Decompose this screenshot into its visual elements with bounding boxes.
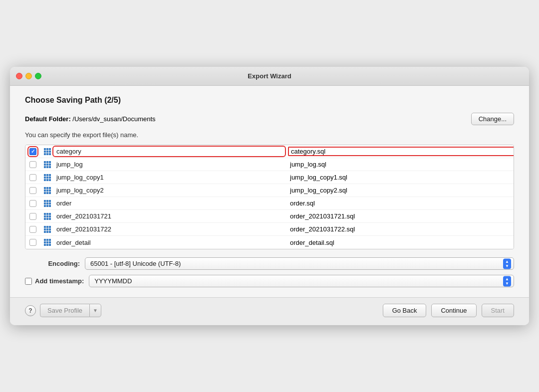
row-checkbox-cell[interactable] xyxy=(25,187,40,194)
row-checkbox-cell[interactable] xyxy=(25,226,40,233)
row-name: order_2021031722 xyxy=(56,225,111,233)
table-icon-cell xyxy=(40,174,54,181)
table-row: order xyxy=(25,197,514,210)
row-filename-cell[interactable] xyxy=(284,186,514,195)
encoding-row: Encoding: 65001 - [utf-8] Unicode (UTF-8… xyxy=(25,257,514,270)
row-name-cell: order_detail xyxy=(54,239,284,246)
default-folder-text: Default Folder: /Users/dv_susan/Document… xyxy=(25,115,156,123)
row-checkbox[interactable] xyxy=(29,200,36,207)
row-checkbox-cell[interactable] xyxy=(25,200,40,207)
encoding-select[interactable]: 65001 - [utf-8] Unicode (UTF-8) xyxy=(85,257,514,270)
traffic-lights xyxy=(16,73,41,79)
row-name-cell: jump_log_copy1 xyxy=(54,174,284,181)
arrow-down: ▼ xyxy=(505,264,509,268)
default-folder-label: Default Folder: xyxy=(25,115,71,123)
default-folder-row: Default Folder: /Users/dv_susan/Document… xyxy=(25,113,514,125)
table-icon xyxy=(44,148,51,155)
row-checkbox-cell[interactable] xyxy=(25,239,40,246)
row-checkbox-cell[interactable] xyxy=(25,213,40,220)
row-name-cell: order xyxy=(54,199,284,207)
row-checkbox[interactable] xyxy=(29,213,36,220)
footer-right: Go Back Continue Start xyxy=(383,304,514,317)
row-filename-cell[interactable] xyxy=(284,173,514,182)
table-row: order_2021031722 xyxy=(25,223,514,236)
table-icon xyxy=(44,187,51,194)
filename-input[interactable] xyxy=(288,238,514,247)
table-rows: category jump_log xyxy=(25,145,514,249)
timestamp-checkbox[interactable] xyxy=(25,278,32,285)
row-checkbox[interactable] xyxy=(29,239,36,246)
row-checkbox-cell[interactable] xyxy=(25,148,40,155)
filename-input[interactable] xyxy=(288,212,514,220)
encoding-arrows: ▲ ▼ xyxy=(503,258,511,269)
table-icon xyxy=(44,226,51,233)
table-row: order_2021031721 xyxy=(25,210,514,223)
timestamp-arrows: ▲ ▼ xyxy=(503,276,511,286)
footer-left: ? Save Profile ▼ xyxy=(25,304,101,317)
arrow-up: ▲ xyxy=(505,277,509,281)
export-wizard-window: Export Wizard Choose Saving Path (2/5) D… xyxy=(10,67,529,325)
row-filename-cell[interactable] xyxy=(284,212,514,220)
row-name: category xyxy=(56,148,81,155)
save-profile-dropdown-button[interactable]: ▼ xyxy=(89,304,101,317)
table-icon-cell xyxy=(40,239,54,246)
row-name: order_detail xyxy=(56,239,91,246)
window-title: Export Wizard xyxy=(248,72,291,80)
encoding-select-wrapper: 65001 - [utf-8] Unicode (UTF-8) ▲ ▼ xyxy=(85,257,514,270)
row-name: jump_log_copy1 xyxy=(56,174,104,181)
filename-outlined xyxy=(288,147,514,156)
filename-input[interactable] xyxy=(288,199,514,207)
arrow-down: ▼ xyxy=(505,281,509,285)
filename-input[interactable] xyxy=(288,186,514,195)
save-profile-group: Save Profile ▼ xyxy=(40,304,101,317)
row-name-cell: order_2021031722 xyxy=(54,225,284,233)
row-name: jump_log_copy2 xyxy=(56,187,104,194)
table-icon xyxy=(44,161,51,168)
minimize-button[interactable] xyxy=(25,73,32,79)
close-button[interactable] xyxy=(16,73,22,79)
filename-input[interactable] xyxy=(288,160,514,169)
filename-input[interactable] xyxy=(288,173,514,182)
row-checkbox[interactable] xyxy=(29,187,36,194)
row-name-cell: jump_log xyxy=(54,161,284,168)
page-heading: Choose Saving Path (2/5) xyxy=(25,96,514,105)
table-row: jump_log_copy1 xyxy=(25,171,514,184)
table-icon xyxy=(44,200,51,207)
table-icon xyxy=(44,213,51,220)
row-checkbox-cell[interactable] xyxy=(25,174,40,181)
row-checkbox[interactable] xyxy=(29,148,36,155)
row-checkbox[interactable] xyxy=(29,226,36,233)
encoding-label: Encoding: xyxy=(25,260,80,267)
default-folder-path: /Users/dv_susan/Documents xyxy=(72,115,155,123)
row-filename-cell[interactable] xyxy=(284,225,514,233)
timestamp-select[interactable]: YYYYMMDD xyxy=(89,275,514,287)
row-filename-cell[interactable] xyxy=(284,238,514,247)
table-icon-cell xyxy=(40,226,54,233)
table-icon-cell xyxy=(40,213,54,220)
change-button[interactable]: Change... xyxy=(471,113,514,125)
row-name: jump_log xyxy=(56,161,83,168)
row-filename-cell[interactable] xyxy=(284,160,514,169)
save-profile-button[interactable]: Save Profile xyxy=(40,304,89,317)
row-name: order_2021031721 xyxy=(56,212,111,220)
filename-input[interactable] xyxy=(288,225,514,233)
row-checkbox[interactable] xyxy=(29,161,36,168)
row-filename-cell[interactable] xyxy=(284,147,514,156)
timestamp-row: Add timestamp: YYYYMMDD ▲ ▼ xyxy=(25,275,514,287)
start-button[interactable]: Start xyxy=(482,304,514,317)
filename-input[interactable] xyxy=(289,147,514,156)
bottom-controls: Encoding: 65001 - [utf-8] Unicode (UTF-8… xyxy=(25,255,514,287)
continue-button[interactable]: Continue xyxy=(431,304,476,317)
row-name: order xyxy=(56,199,71,207)
table-row: order_detail xyxy=(25,236,514,249)
table-icon-cell xyxy=(40,161,54,168)
row-filename-cell[interactable] xyxy=(284,199,514,207)
help-button[interactable]: ? xyxy=(25,305,36,316)
row-checkbox-cell[interactable] xyxy=(25,161,40,168)
row-checkbox[interactable] xyxy=(29,174,36,181)
go-back-button[interactable]: Go Back xyxy=(383,304,427,317)
titlebar: Export Wizard xyxy=(10,67,529,86)
maximize-button[interactable] xyxy=(35,73,41,79)
table-icon xyxy=(44,239,51,246)
arrow-up: ▲ xyxy=(505,259,509,263)
